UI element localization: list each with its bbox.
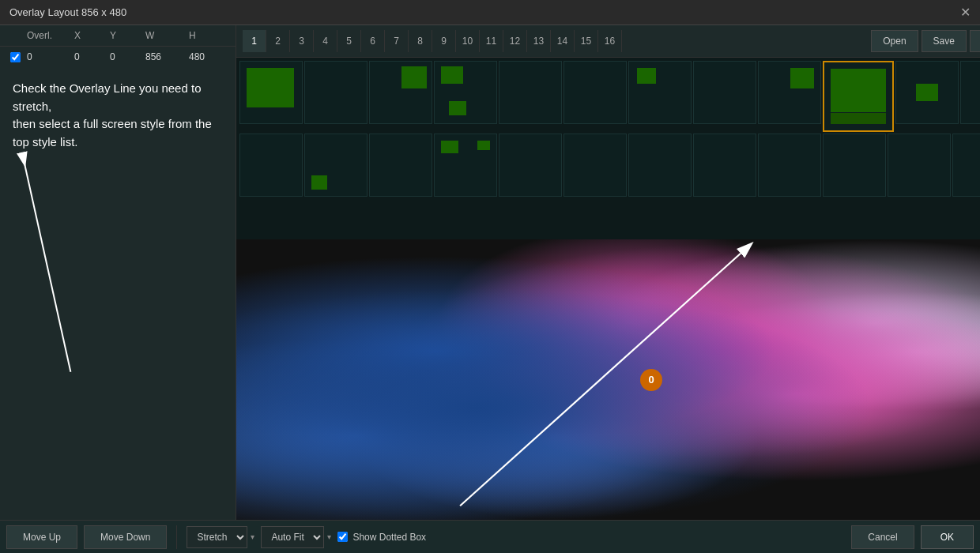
tab-12[interactable]: 12 xyxy=(503,30,527,52)
tab-5[interactable]: 5 xyxy=(337,30,361,52)
style-cell-5[interactable] xyxy=(499,61,562,124)
main-container: Overl. X Y W H 0 0 0 856 480 xyxy=(0,25,980,520)
style-cell-r2-5[interactable] xyxy=(499,134,562,197)
tab-11[interactable]: 11 xyxy=(480,30,503,52)
save-as-button[interactable]: Save As xyxy=(970,30,980,52)
tab-14[interactable]: 14 xyxy=(551,30,575,52)
style-cell-r2-1[interactable] xyxy=(239,134,303,197)
style-cell-2[interactable] xyxy=(304,61,368,124)
style-row-2 xyxy=(239,134,980,197)
ok-button[interactable]: OK xyxy=(921,525,974,549)
tab-8[interactable]: 8 xyxy=(409,30,432,52)
style-grid-area xyxy=(236,58,980,239)
style-cell-r2-4[interactable] xyxy=(434,134,497,197)
tab-4[interactable]: 4 xyxy=(314,30,337,52)
tab-1[interactable]: 1 xyxy=(243,30,266,52)
table-row: 0 0 0 856 480 xyxy=(0,47,236,67)
preview-area: 0 xyxy=(236,239,980,520)
overlay-badge: 0 xyxy=(640,369,662,391)
toolbar-buttons: Open Save Save As xyxy=(871,30,980,52)
svg-line-1 xyxy=(22,152,71,372)
header-w: W xyxy=(145,30,189,41)
style-cell-r2-8[interactable] xyxy=(693,134,756,197)
auto-fit-arrow-icon: ▾ xyxy=(327,532,331,541)
stretch-select[interactable]: Stretch xyxy=(187,526,247,548)
left-panel: Overl. X Y W H 0 0 0 856 480 xyxy=(0,25,236,520)
preview-canvas: 0 xyxy=(236,239,980,520)
header-y: Y xyxy=(110,30,145,41)
show-dotted-box-label[interactable]: Show Dotted Box xyxy=(337,532,426,543)
show-dotted-box-text: Show Dotted Box xyxy=(352,532,426,543)
style-cell-r2-7[interactable] xyxy=(628,134,692,197)
tab-3[interactable]: 3 xyxy=(290,30,314,52)
row-x: 0 xyxy=(74,51,110,62)
style-cell-10[interactable] xyxy=(823,61,894,132)
instruction-area: Check the Overlay Line you need to stret… xyxy=(0,67,236,520)
style-cell-r2-2[interactable] xyxy=(304,134,368,197)
open-button[interactable]: Open xyxy=(871,30,918,52)
style-cell-r2-6[interactable] xyxy=(564,134,627,197)
row-h: 480 xyxy=(189,51,232,62)
stretch-arrow-icon: ▾ xyxy=(251,532,254,541)
tab-9[interactable]: 9 xyxy=(432,30,456,52)
style-cell-11[interactable] xyxy=(895,61,959,124)
style-cell-1[interactable] xyxy=(239,61,303,124)
table-header: Overl. X Y W H xyxy=(0,25,236,47)
style-cell-7[interactable] xyxy=(628,61,692,124)
instruction-text: Check the Overlay Line you need to stret… xyxy=(0,67,236,164)
style-cell-4[interactable] xyxy=(434,61,497,124)
row-w: 856 xyxy=(145,51,189,62)
right-panel: 1 2 3 4 5 6 7 8 9 10 11 12 13 14 15 16 O… xyxy=(236,25,980,520)
close-button[interactable]: ✕ xyxy=(960,5,971,20)
header-x: X xyxy=(74,30,110,41)
bottom-bar: Move Up Move Down Stretch ▾ Auto Fit ▾ S… xyxy=(0,520,980,553)
separator-1 xyxy=(176,525,177,549)
title-bar: Overlay Layout 856 x 480 ✕ xyxy=(0,0,980,25)
tab-10[interactable]: 10 xyxy=(456,30,480,52)
tab-7[interactable]: 7 xyxy=(385,30,409,52)
stretch-group: Stretch ▾ xyxy=(187,526,254,548)
style-row-1 xyxy=(239,61,980,132)
style-cell-r2-11[interactable] xyxy=(888,134,951,197)
row-y: 0 xyxy=(110,51,145,62)
num-tabs: 1 2 3 4 5 6 7 8 9 10 11 12 13 14 15 16 xyxy=(243,30,622,52)
tab-16[interactable]: 16 xyxy=(598,30,622,52)
window-title: Overlay Layout 856 x 480 xyxy=(9,6,126,18)
header-overlay: Overl. xyxy=(27,30,74,41)
row-checkbox[interactable] xyxy=(3,52,27,62)
style-cell-r2-3[interactable] xyxy=(369,134,432,197)
header-h: H xyxy=(189,30,232,41)
style-cell-6[interactable] xyxy=(564,61,627,124)
move-down-button[interactable]: Move Down xyxy=(84,525,167,549)
tab-6[interactable]: 6 xyxy=(361,30,385,52)
cancel-button[interactable]: Cancel xyxy=(851,525,914,549)
style-cell-9[interactable] xyxy=(758,61,821,124)
style-cell-8[interactable] xyxy=(693,61,756,124)
show-dotted-box-checkbox[interactable] xyxy=(337,532,348,542)
top-toolbar: 1 2 3 4 5 6 7 8 9 10 11 12 13 14 15 16 O… xyxy=(236,25,980,58)
style-grid xyxy=(236,58,980,239)
tab-2[interactable]: 2 xyxy=(266,30,290,52)
tab-13[interactable]: 13 xyxy=(527,30,551,52)
style-cell-r2-12[interactable] xyxy=(952,134,980,197)
auto-fit-group: Auto Fit ▾ xyxy=(261,526,331,548)
style-cell-3[interactable] xyxy=(369,61,432,124)
move-up-button[interactable]: Move Up xyxy=(6,525,77,549)
save-button[interactable]: Save xyxy=(922,30,967,52)
smoke-background xyxy=(236,239,980,520)
style-cell-12[interactable] xyxy=(960,61,980,124)
style-cell-r2-9[interactable] xyxy=(758,134,821,197)
row-overlay: 0 xyxy=(27,51,74,62)
auto-fit-select[interactable]: Auto Fit xyxy=(261,526,324,548)
style-cell-r2-10[interactable] xyxy=(823,134,886,197)
tab-15[interactable]: 15 xyxy=(575,30,598,52)
